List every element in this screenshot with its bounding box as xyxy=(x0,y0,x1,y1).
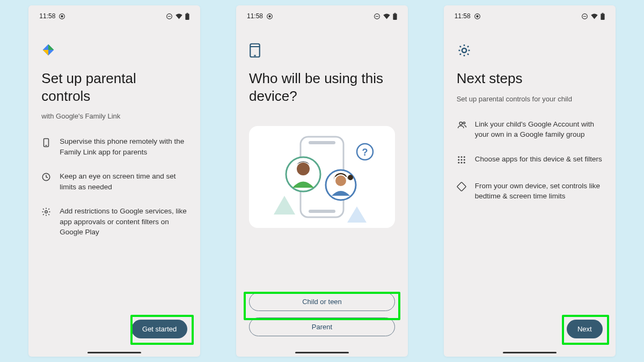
svg-point-47 xyxy=(460,159,462,160)
svg-point-12 xyxy=(45,211,48,213)
settings-system-icon xyxy=(58,13,65,20)
feature-restrictions: Add restrictions to Google services, lik… xyxy=(41,206,187,238)
svg-rect-17 xyxy=(393,13,397,20)
nav-handle[interactable] xyxy=(503,352,557,354)
svg-rect-38 xyxy=(601,13,604,20)
device-icon xyxy=(249,43,395,59)
svg-point-48 xyxy=(463,159,465,160)
step-text: From your own device, set controls like … xyxy=(475,181,603,202)
settings-system-icon xyxy=(266,13,273,20)
svg-marker-8 xyxy=(43,50,48,55)
svg-point-1 xyxy=(61,15,63,17)
battery-icon xyxy=(601,13,605,20)
feature-supervise: Supervise this phone remotely with the F… xyxy=(41,136,187,157)
option-child-button[interactable]: Child or teen xyxy=(249,292,395,311)
svg-text:?: ? xyxy=(362,147,368,158)
step-text: Choose apps for this device & set filter… xyxy=(475,154,602,165)
svg-point-41 xyxy=(459,122,462,124)
feature-screentime: Keep an eye on screen time and set limit… xyxy=(41,171,187,192)
page-subtitle: Set up parental controls for your child xyxy=(457,95,603,103)
screen-next-steps: 11:58 Next steps Set up parental control… xyxy=(444,5,616,357)
svg-rect-23 xyxy=(309,141,335,144)
svg-point-32 xyxy=(335,175,346,186)
svg-point-44 xyxy=(460,156,462,158)
screen-who: 11:58 Who will be using this device? ? xyxy=(236,5,408,357)
svg-point-42 xyxy=(463,122,465,124)
svg-rect-24 xyxy=(309,210,335,213)
svg-point-40 xyxy=(462,48,466,53)
svg-marker-26 xyxy=(347,206,367,223)
svg-point-35 xyxy=(477,15,478,17)
option-parent-button[interactable]: Parent xyxy=(249,317,395,336)
svg-rect-18 xyxy=(394,13,396,13)
phone-icon xyxy=(41,137,52,150)
wifi-icon xyxy=(175,13,183,20)
wifi-icon xyxy=(383,13,391,20)
svg-point-51 xyxy=(463,161,465,163)
get-started-button[interactable]: Get started xyxy=(131,320,187,338)
svg-point-14 xyxy=(269,15,270,17)
dnd-icon xyxy=(374,13,380,20)
svg-point-49 xyxy=(458,161,459,163)
step-text: Link your child's Google Account with yo… xyxy=(475,119,603,140)
clock-icon xyxy=(41,172,52,184)
step-set-controls: From your own device, set controls like … xyxy=(457,181,603,202)
step-link-account: Link your child's Google Account with yo… xyxy=(457,119,603,140)
status-time: 11:58 xyxy=(455,12,471,20)
status-bar: 11:58 xyxy=(38,5,191,27)
wifi-icon xyxy=(590,13,598,20)
gear-icon xyxy=(41,207,52,219)
family-link-icon xyxy=(41,43,187,59)
svg-point-30 xyxy=(297,162,310,175)
battery-icon xyxy=(393,13,397,20)
page-subtitle: with Google's Family Link xyxy=(41,112,187,120)
svg-rect-39 xyxy=(602,13,603,13)
status-bar: 11:58 xyxy=(246,5,398,27)
nav-handle[interactable] xyxy=(295,352,349,354)
tag-icon xyxy=(457,182,467,194)
people-icon xyxy=(457,120,467,132)
svg-point-50 xyxy=(460,161,462,163)
feature-text: Add restrictions to Google services, lik… xyxy=(60,206,187,238)
svg-marker-7 xyxy=(48,45,54,50)
nav-handle[interactable] xyxy=(87,352,141,354)
next-button[interactable]: Next xyxy=(567,320,603,338)
feature-text: Supervise this phone remotely with the F… xyxy=(60,136,187,157)
page-title: Who will be using this device? xyxy=(249,70,395,105)
svg-point-46 xyxy=(458,159,459,160)
svg-point-43 xyxy=(458,156,459,158)
status-time: 11:58 xyxy=(39,12,55,20)
screen-setup: 11:58 Set up parental controls with Goog… xyxy=(28,5,200,357)
status-time: 11:58 xyxy=(247,12,263,20)
user-options: Child or teen Parent xyxy=(249,292,395,343)
dnd-icon xyxy=(166,13,173,20)
settings-system-icon xyxy=(474,13,481,20)
gear-header-icon xyxy=(457,43,603,59)
step-choose-apps: Choose apps for this device & set filter… xyxy=(457,154,603,167)
steps-list: Link your child's Google Account with yo… xyxy=(457,119,603,202)
svg-rect-52 xyxy=(457,182,466,191)
feature-list: Supervise this phone remotely with the F… xyxy=(41,136,187,238)
svg-marker-25 xyxy=(274,196,295,215)
status-bar: 11:58 xyxy=(453,5,606,27)
feature-text: Keep an eye on screen time and set limit… xyxy=(60,171,187,192)
apps-grid-icon xyxy=(457,155,467,167)
page-title: Set up parental controls xyxy=(41,70,187,105)
svg-rect-4 xyxy=(186,13,189,20)
battery-icon xyxy=(185,13,189,20)
svg-point-33 xyxy=(348,175,353,180)
svg-point-45 xyxy=(463,156,465,158)
page-title: Next steps xyxy=(457,70,603,87)
svg-rect-5 xyxy=(187,13,188,13)
dnd-icon xyxy=(581,13,588,20)
illustration: ? xyxy=(249,126,395,228)
